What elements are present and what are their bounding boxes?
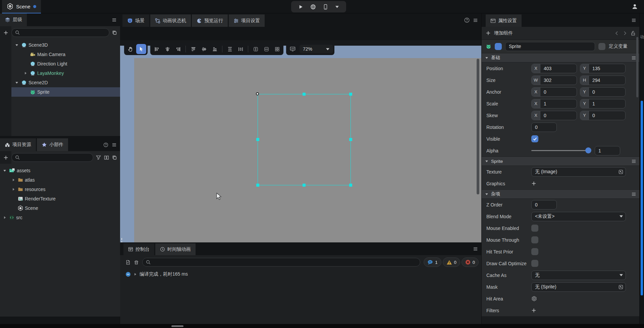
tree-item-layamonkey[interactable]: LayaMonkey: [11, 68, 120, 78]
hierarchy-search[interactable]: [11, 28, 109, 37]
duplicate-icon[interactable]: [112, 30, 117, 35]
history-forward-icon[interactable]: [623, 31, 627, 36]
tree-item-rendertexture[interactable]: RenderTexture: [0, 194, 120, 203]
section-menu-icon[interactable]: [631, 159, 636, 164]
cache-as-dropdown[interactable]: 无: [531, 271, 626, 280]
tree-item-sprite[interactable]: Sprite: [11, 87, 120, 97]
tab-场景[interactable]: 场景: [122, 14, 149, 27]
copy-log-icon[interactable]: [125, 260, 130, 265]
section-collapse-arrow-icon[interactable]: [485, 159, 488, 163]
handle-bottom[interactable]: [303, 184, 306, 187]
vertical-scrollbar[interactable]: [477, 59, 479, 194]
tab-项目设置[interactable]: 项目设置: [229, 14, 265, 27]
tree-item-atlas[interactable]: atlas: [0, 175, 120, 185]
section-header-sprite[interactable]: Sprite: [482, 156, 640, 166]
info-count-badge[interactable]: 1: [424, 257, 441, 267]
zoom-level-dropdown[interactable]: 72%: [300, 45, 333, 53]
console-menu-icon[interactable]: [473, 246, 478, 251]
collapsed-panel-tab[interactable]: 动: [640, 34, 644, 40]
expand-arrow-icon[interactable]: [11, 178, 16, 182]
selection-rectangle[interactable]: [258, 94, 351, 185]
inspector-menu-icon[interactable]: [631, 18, 636, 23]
columns-view-icon[interactable]: [104, 155, 109, 160]
alpha-slider[interactable]: [531, 150, 590, 151]
hit-test-prior-checkbox[interactable]: [531, 248, 538, 255]
blend-mode-dropdown[interactable]: <未设置>: [531, 212, 626, 221]
plus-icon[interactable]: [486, 31, 491, 36]
handle-right[interactable]: [349, 138, 352, 141]
expand-arrow-icon[interactable]: [11, 188, 16, 191]
scene-help-icon[interactable]: [464, 17, 470, 23]
node-name-input[interactable]: [505, 42, 595, 51]
active-strip-indicator[interactable]: [641, 101, 643, 295]
tile-grid-button[interactable]: [272, 44, 282, 54]
tab-hierarchy[interactable]: 层级: [0, 13, 27, 26]
section-header-基础[interactable]: 基础: [482, 53, 640, 62]
add-filters-icon[interactable]: [531, 308, 536, 313]
assets-search-input[interactable]: [22, 155, 90, 160]
node-enabled-checkbox[interactable]: [495, 43, 502, 50]
collapse-arrow-icon[interactable]: [2, 169, 7, 172]
preview-options-dropdown[interactable]: [335, 5, 339, 8]
handle-bottom-left[interactable]: [256, 184, 259, 187]
copy-icon[interactable]: [112, 155, 117, 160]
distribute-vertical-button[interactable]: [225, 44, 235, 54]
tab-小部件[interactable]: 小部件: [37, 138, 68, 151]
add-node-button[interactable]: [0, 30, 11, 35]
lock-icon[interactable]: [631, 31, 636, 36]
handle-top[interactable]: [303, 93, 306, 96]
scene-menu-icon[interactable]: [473, 18, 478, 23]
visible-checkbox[interactable]: [531, 135, 538, 142]
align-middle-vertical-button[interactable]: [199, 44, 209, 54]
skew-x-field[interactable]: X0: [531, 111, 577, 120]
scale-x-field[interactable]: X1: [531, 99, 577, 108]
tab-时间轴动画[interactable]: 时间轴动画: [155, 243, 196, 255]
size-w-field[interactable]: W302: [531, 76, 577, 85]
tab-控制台[interactable]: 控制台: [123, 243, 154, 255]
pivot-point-handle[interactable]: [256, 92, 259, 95]
expand-arrow-icon[interactable]: [23, 72, 28, 75]
hand-tool[interactable]: [125, 44, 136, 54]
alpha-slider-thumb[interactable]: [585, 147, 591, 153]
collapse-arrow-icon[interactable]: [14, 81, 19, 84]
tree-item-scene3d[interactable]: Scene3D: [11, 40, 120, 50]
assets-help-icon[interactable]: [103, 142, 108, 147]
align-bottom-button[interactable]: [210, 44, 220, 54]
align-center-horizontal-button[interactable]: [162, 44, 172, 54]
z-order-field[interactable]: 0: [531, 200, 557, 209]
size-h-field[interactable]: H294: [580, 76, 626, 85]
handle-left[interactable]: [256, 138, 259, 141]
clear-console-icon[interactable]: [134, 260, 139, 265]
tree-item-main-camera[interactable]: Main Camera: [11, 50, 120, 59]
tab-预览运行[interactable]: 预览运行: [192, 14, 228, 27]
fit-width-button[interactable]: [261, 44, 271, 54]
tree-item-scene2d[interactable]: Scene2D: [11, 78, 120, 87]
skew-y-field[interactable]: Y0: [580, 111, 626, 120]
fit-height-button[interactable]: [251, 44, 261, 54]
tree-item-src[interactable]: src: [0, 213, 120, 222]
section-menu-icon[interactable]: [631, 55, 636, 60]
tree-item-assets[interactable]: assets: [0, 166, 120, 175]
add-graphics-icon[interactable]: [531, 181, 536, 186]
rotation-field[interactable]: 0: [531, 123, 557, 132]
section-menu-icon[interactable]: [631, 192, 636, 197]
assets-menu-icon[interactable]: [112, 142, 117, 147]
section-collapse-arrow-icon[interactable]: [485, 192, 488, 196]
scene-viewport[interactable]: 72%: [120, 40, 481, 256]
add-asset-button[interactable]: [0, 155, 11, 160]
section-header-杂项[interactable]: 杂项: [482, 189, 640, 199]
draw-call-optimize-checkbox[interactable]: [531, 260, 538, 267]
handle-top-right[interactable]: [349, 93, 352, 96]
define-variable-checkbox[interactable]: [598, 43, 605, 50]
tree-item-scene[interactable]: Scene: [0, 203, 120, 213]
console-search-input[interactable]: [153, 260, 417, 265]
position-y-field[interactable]: Y135: [580, 64, 626, 73]
section-collapse-arrow-icon[interactable]: [485, 56, 488, 59]
tab-项目资源[interactable]: 项目资源: [0, 138, 36, 151]
mouse-enabled-checkbox[interactable]: [531, 225, 538, 232]
collapse-arrow-icon[interactable]: [14, 43, 19, 47]
alpha-field[interactable]: 1: [595, 146, 620, 155]
log-entry[interactable]: 编译完成，耗时165 ms: [125, 271, 188, 277]
warning-count-badge[interactable]: 0: [443, 257, 460, 267]
hierarchy-menu-icon[interactable]: [112, 17, 117, 22]
